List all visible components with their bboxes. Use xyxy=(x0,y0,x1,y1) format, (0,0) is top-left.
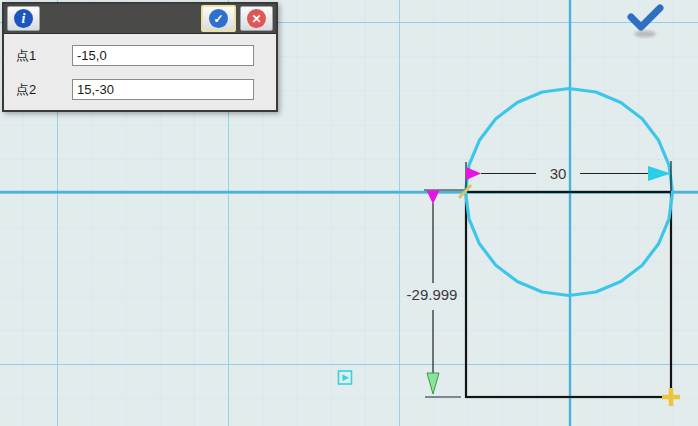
coordinate-dialog: i ✓ ✕ 点1 点2 xyxy=(2,2,278,112)
dialog-body: 点1 点2 xyxy=(4,34,276,100)
check-icon: ✓ xyxy=(209,9,228,28)
point2-input[interactable] xyxy=(72,79,254,100)
application-window: 30 -29.999 i xyxy=(0,0,698,426)
horizontal-dimension-value: 30 xyxy=(550,165,567,182)
vertical-dimension-value: -29.999 xyxy=(407,286,458,303)
point1-row: 点1 xyxy=(16,45,276,66)
dialog-titlebar[interactable]: i ✓ ✕ xyxy=(4,4,276,34)
close-button[interactable]: ✕ xyxy=(240,6,273,31)
point2-row: 点2 xyxy=(16,79,276,100)
point2-label: 点2 xyxy=(16,81,72,99)
checkmark-shadow xyxy=(634,31,656,38)
info-button[interactable]: i xyxy=(7,6,40,31)
point1-label: 点1 xyxy=(16,47,72,65)
close-icon: ✕ xyxy=(247,9,266,28)
confirm-button[interactable]: ✓ xyxy=(201,5,236,32)
info-icon: i xyxy=(14,9,33,28)
point1-input[interactable] xyxy=(72,45,254,66)
